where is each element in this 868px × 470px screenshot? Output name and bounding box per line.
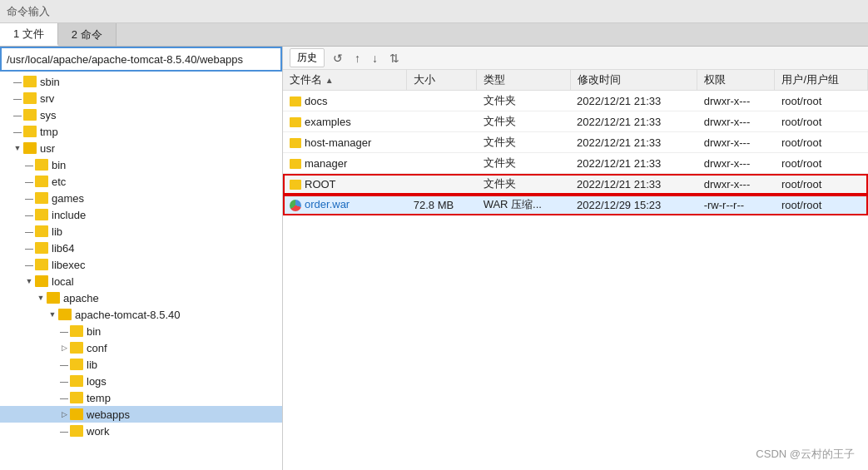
tree-label-include: include [52,209,86,221]
right-panel: 历史 ↺ ↑ ↓ ⇅ 文件名 ▲ 大小 类型 修改时间 权限 [283,47,868,470]
folder-icon-lib64 [35,242,48,254]
folder-icon-libexec [35,259,48,270]
tree-item-temp[interactable]: — temp [0,389,282,406]
tree-label-usr: usr [40,142,55,155]
folder-file-icon [290,136,305,149]
file-modified-cell: 2022/12/21 21:33 [570,153,697,174]
tree-item-sys[interactable]: — sys [0,106,282,123]
download-icon[interactable]: ↓ [369,50,381,67]
tree-item-tmp[interactable]: — tmp [0,123,282,140]
tree-label-local: local [52,275,74,288]
tree-item-libexec[interactable]: — libexec [0,256,282,273]
file-type-cell: 文件夹 [477,174,570,195]
folder-icon-include [35,209,48,220]
folder-icon-apache [47,292,60,304]
table-row[interactable]: ROOT文件夹2022/12/21 21:33drwxr-x---root/ro… [283,174,868,195]
tree-item-lib2[interactable]: — lib [0,356,282,373]
file-modified-cell: 2022/12/21 21:33 [570,111,697,132]
col-header-user[interactable]: 用户/用户组 [775,70,868,91]
tree-label-conf: conf [87,342,107,354]
tree-label-sys: sys [40,109,57,121]
tree-label-temp: temp [87,392,111,404]
col-header-name[interactable]: 文件名 ▲ [283,70,407,91]
tree-item-apache[interactable]: ▼ apache [0,289,282,306]
tree-label-lib2: lib [87,359,97,371]
folder-icon-conf [70,342,83,354]
tree-item-include[interactable]: — include [0,206,282,223]
right-toolbar: 历史 ↺ ↑ ↓ ⇅ [283,47,868,70]
tree-item-srv[interactable]: — srv [0,90,282,106]
folder-icon-lib [35,225,48,237]
left-panel: /usr/local/apache/apache-tomcat-8.5.40/w… [0,47,283,470]
file-perm-cell: drwxr-x--- [697,174,775,195]
file-table: 文件名 ▲ 大小 类型 修改时间 权限 用户/用户组 docs文件夹2022/1… [283,70,868,470]
file-name-cell: order.war [283,195,407,215]
top-bar-label: 命令输入 [7,4,50,19]
file-name-cell: docs [283,91,407,111]
folder-icon-srv [23,92,37,104]
file-size-cell [407,153,477,174]
table-row[interactable]: manager文件夹2022/12/21 21:33drwxr-x---root… [283,153,868,174]
table-row[interactable]: docs文件夹2022/12/21 21:33drwxr-x---root/ro… [283,91,868,111]
tab-files[interactable]: 1 文件 [0,23,58,46]
tab-commands[interactable]: 2 命令 [58,23,117,46]
table-row[interactable]: examples文件夹2022/12/21 21:33drwxr-x---roo… [283,111,868,132]
file-name-text: order.war [305,198,350,210]
col-header-modified[interactable]: 修改时间 [570,70,697,91]
table-row[interactable]: order.war72.8 MBWAR 压缩...2022/12/29 15:2… [283,195,868,215]
tree-item-games[interactable]: — games [0,190,282,206]
folder-icon-webapps [70,408,83,420]
file-name-cell: manager [283,153,407,174]
folder-icon-bin2 [70,325,83,337]
refresh-icon[interactable]: ↺ [330,50,346,67]
tree-item-lib64[interactable]: — lib64 [0,240,282,256]
tree-item-usr[interactable]: ▼ usr [0,140,282,156]
file-user-cell: root/root [775,132,868,153]
file-type-cell: 文件夹 [477,111,570,132]
upload-icon[interactable]: ↑ [351,50,364,67]
file-size-cell: 72.8 MB [407,195,477,215]
sync-icon[interactable]: ⇅ [386,50,403,67]
col-header-type[interactable]: 类型 [477,70,570,91]
file-name-text: docs [305,95,327,107]
file-name-text: host-manager [305,136,371,149]
table-row[interactable]: host-manager文件夹2022/12/21 21:33drwxr-x--… [283,132,868,153]
folder-icon-bin [35,159,48,171]
tree-item-lib[interactable]: — lib [0,223,282,240]
folder-icon-work [70,425,83,437]
folder-icon-local [35,275,48,287]
tree-item-bin2[interactable]: — bin [0,323,282,339]
tree-item-etc[interactable]: — etc [0,173,282,190]
tree-item-local[interactable]: ▼ local [0,273,282,289]
col-header-perm[interactable]: 权限 [697,70,775,91]
tree-item-apache-tomcat[interactable]: ▼ apache-tomcat-8.5.40 [0,306,282,323]
folder-icon-sbin [23,76,37,87]
tree-item-logs[interactable]: — logs [0,373,282,389]
file-perm-cell: drwxr-x--- [697,132,775,153]
path-bar[interactable]: /usr/local/apache/apache-tomcat-8.5.40/w… [2,48,280,70]
tree-label-etc: etc [52,176,66,188]
file-name-text: examples [305,116,351,128]
tree-item-bin[interactable]: — bin [0,156,282,173]
file-user-cell: root/root [775,195,868,215]
tree-item-work[interactable]: — work [0,423,282,439]
file-name-text: manager [305,157,347,170]
tree-item-sbin[interactable]: — sbin [0,73,282,90]
folder-icon-temp [70,392,83,403]
tree-item-conf[interactable]: ▷ conf [0,339,282,356]
history-button[interactable]: 历史 [290,48,325,67]
folder-file-icon [290,157,305,170]
folder-file-icon [290,95,305,107]
file-perm-cell: drwxr-x--- [697,91,775,111]
tree-item-webapps[interactable]: ▷ webapps [0,406,282,423]
tree-label-libexec: libexec [52,259,85,271]
folder-icon-logs [70,375,83,387]
tree-label-tmp: tmp [40,126,58,138]
col-header-size[interactable]: 大小 [407,70,477,91]
tree-label-work: work [87,425,109,438]
watermark: CSDN @云村的王子 [756,447,855,462]
file-user-cell: root/root [775,111,868,132]
tabs-bar: 1 文件 2 命令 [0,23,868,47]
tree-label-bin2: bin [87,325,101,338]
file-type-cell: WAR 压缩... [477,195,570,215]
